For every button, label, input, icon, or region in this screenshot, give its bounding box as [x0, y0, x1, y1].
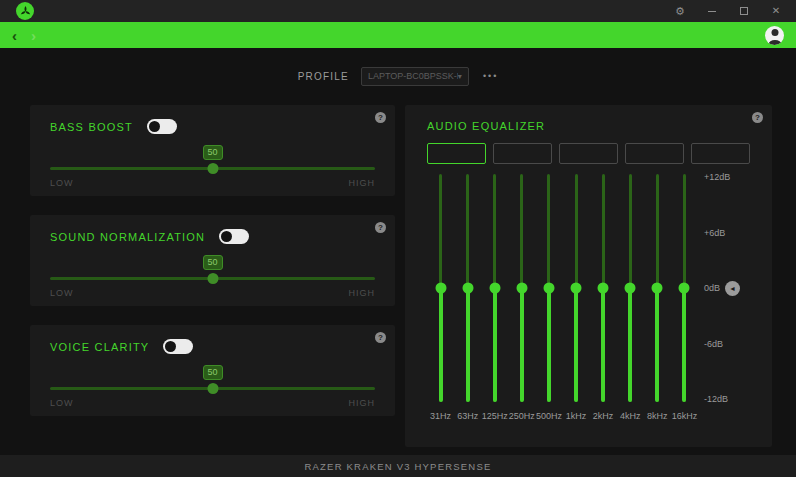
preset-button[interactable] — [625, 143, 684, 164]
user-avatar[interactable] — [765, 26, 784, 45]
db-scale: +12dB +6dB 0dB ◄ -6dB -12dB — [698, 170, 750, 406]
equalizer-band-slider[interactable]: 500Hz — [535, 174, 562, 421]
equalizer-band-slider[interactable]: 250Hz — [508, 174, 535, 421]
band-handle[interactable] — [598, 283, 609, 294]
help-icon[interactable]: ? — [752, 112, 763, 123]
enhancement-panel: ? BASS BOOST 50 LOW HIGH — [30, 105, 395, 196]
band-track[interactable] — [683, 174, 686, 402]
band-handle[interactable] — [516, 283, 527, 294]
toggle-switch[interactable] — [147, 119, 177, 134]
preset-button[interactable] — [427, 143, 486, 164]
toggle-knob — [221, 231, 232, 242]
level-slider[interactable]: 50 — [50, 255, 375, 284]
back-chevron-icon[interactable]: ‹ — [12, 28, 17, 43]
db-label: +6dB — [704, 228, 725, 238]
equalizer-band-slider[interactable]: 8kHz — [644, 174, 671, 421]
slider-high-label: HIGH — [349, 178, 376, 188]
slider-value-badge: 50 — [203, 365, 223, 380]
equalizer-band-slider[interactable]: 1kHz — [562, 174, 589, 421]
band-track[interactable] — [520, 174, 523, 402]
band-fill — [520, 288, 524, 402]
db-label: -12dB — [704, 394, 728, 404]
level-slider[interactable]: 50 — [50, 145, 375, 174]
section-navbar: ‹ › — [0, 22, 796, 48]
enhancement-page: PROFILE LAPTOP-BC0BPSSK-D... ▾ ••• ? BAS… — [0, 48, 796, 455]
band-handle[interactable] — [489, 283, 500, 294]
slider-value-badge: 50 — [203, 145, 223, 160]
band-handle[interactable] — [652, 283, 663, 294]
band-track[interactable] — [575, 174, 578, 402]
preset-button[interactable] — [559, 143, 618, 164]
band-handle[interactable] — [543, 283, 554, 294]
band-fill — [655, 288, 659, 402]
band-frequency-label: 250Hz — [509, 411, 535, 421]
toggle-switch[interactable] — [163, 339, 193, 354]
equalizer-band-slider[interactable]: 2kHz — [590, 174, 617, 421]
main-grid: ? BASS BOOST 50 LOW HIGH ? — [0, 86, 796, 447]
level-slider[interactable]: 50 — [50, 365, 375, 394]
slider-handle[interactable] — [207, 273, 218, 284]
equalizer-band-slider[interactable]: 63Hz — [454, 174, 481, 421]
preset-button[interactable] — [493, 143, 552, 164]
profile-dropdown-value: LAPTOP-BC0BPSSK-D... — [368, 71, 458, 81]
band-fill — [439, 288, 443, 402]
band-frequency-label: 2kHz — [593, 411, 614, 421]
chevron-down-icon: ▾ — [458, 72, 462, 81]
equalizer-band-slider[interactable]: 31Hz — [427, 174, 454, 421]
minimize-icon — [708, 11, 716, 12]
equalizer-band-slider[interactable]: 4kHz — [617, 174, 644, 421]
panel-title: BASS BOOST — [50, 121, 133, 133]
avatar-person-icon — [771, 29, 778, 36]
profile-more-button[interactable]: ••• — [483, 71, 498, 81]
razer-logo[interactable] — [16, 2, 34, 20]
slider-handle[interactable] — [207, 163, 218, 174]
band-frequency-label: 4kHz — [620, 411, 641, 421]
help-icon[interactable]: ? — [375, 112, 386, 123]
panel-title: SOUND NORMALIZATION — [50, 231, 205, 243]
help-icon[interactable]: ? — [375, 222, 386, 233]
minimize-button[interactable] — [706, 5, 718, 17]
toggle-knob — [165, 341, 176, 352]
band-track[interactable] — [466, 174, 469, 402]
band-track[interactable] — [629, 174, 632, 402]
band-fill — [493, 288, 497, 402]
equalizer-band-slider[interactable]: 16kHz — [671, 174, 698, 421]
settings-gear-icon[interactable]: ⚙ — [674, 5, 686, 17]
band-frequency-label: 1kHz — [566, 411, 587, 421]
band-handle[interactable] — [435, 283, 446, 294]
band-track[interactable] — [493, 174, 496, 402]
help-icon[interactable]: ? — [375, 332, 386, 343]
band-handle[interactable] — [571, 283, 582, 294]
band-track[interactable] — [602, 174, 605, 402]
band-handle[interactable] — [625, 283, 636, 294]
preset-button[interactable] — [691, 143, 750, 164]
band-frequency-label: 63Hz — [457, 411, 478, 421]
panel-title: VOICE CLARITY — [50, 341, 149, 353]
band-handle[interactable] — [679, 283, 690, 294]
band-frequency-label: 8kHz — [647, 411, 668, 421]
forward-chevron-icon[interactable]: › — [31, 28, 36, 43]
window-controls: ⚙ ✕ — [674, 5, 782, 17]
reset-eq-button[interactable]: ◄ — [725, 281, 740, 296]
equalizer-band-slider[interactable]: 125Hz — [481, 174, 508, 421]
slider-handle[interactable] — [207, 383, 218, 394]
band-track[interactable] — [547, 174, 550, 402]
band-handle[interactable] — [462, 283, 473, 294]
band-fill — [547, 288, 551, 402]
profile-dropdown[interactable]: LAPTOP-BC0BPSSK-D... ▾ — [361, 67, 469, 86]
profile-row: PROFILE LAPTOP-BC0BPSSK-D... ▾ ••• — [0, 48, 796, 86]
maximize-icon — [740, 7, 748, 15]
band-track[interactable] — [439, 174, 442, 402]
band-frequency-label: 125Hz — [482, 411, 508, 421]
equalizer-title: AUDIO EQUALIZER — [427, 120, 750, 132]
enhancement-panel: ? SOUND NORMALIZATION 50 LOW HIGH — [30, 215, 395, 306]
db-label: 0dB — [704, 283, 720, 293]
toggle-switch[interactable] — [219, 229, 249, 244]
band-track[interactable] — [656, 174, 659, 402]
slider-low-label: LOW — [50, 398, 74, 408]
db-label: +12dB — [704, 172, 730, 182]
maximize-button[interactable] — [738, 5, 750, 17]
close-button[interactable]: ✕ — [770, 5, 782, 17]
slider-low-label: LOW — [50, 288, 74, 298]
enhancement-panels: ? BASS BOOST 50 LOW HIGH ? — [30, 105, 395, 447]
